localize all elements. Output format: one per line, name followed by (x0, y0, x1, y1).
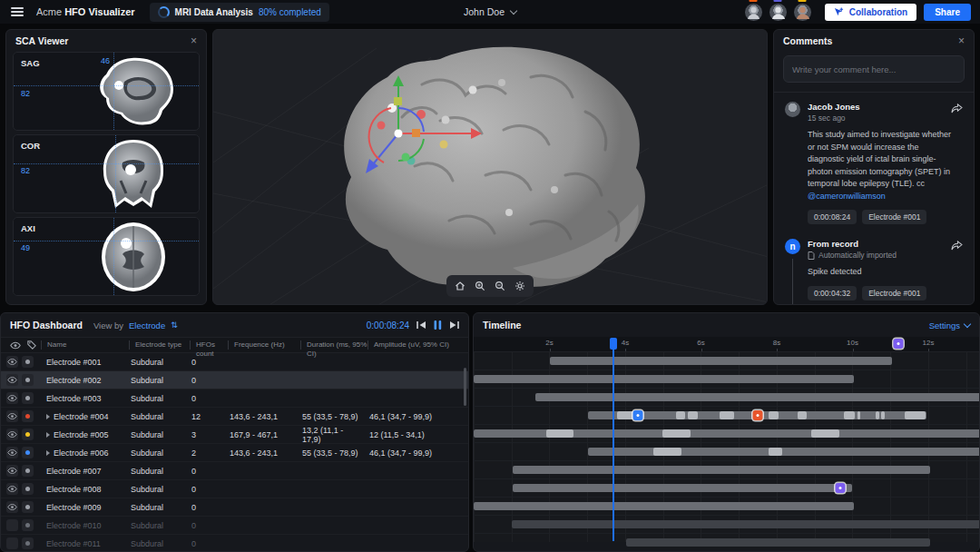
track-bar[interactable] (535, 393, 980, 401)
tag-column-icon[interactable] (27, 340, 36, 350)
comment-marker[interactable] (633, 410, 643, 420)
comment-input[interactable] (783, 55, 965, 83)
comment-marker[interactable] (836, 483, 846, 493)
track-bar[interactable] (474, 375, 854, 383)
visibility-toggle[interactable] (6, 374, 18, 386)
table-row[interactable]: Electrode #010Subdural0 (1, 517, 468, 535)
cor-crosshair-horizontal[interactable] (14, 163, 199, 164)
hfo-event-segment[interactable] (905, 411, 926, 419)
table-row[interactable]: Electrode #002Subdural0 (1, 371, 468, 389)
color-tag-button[interactable] (22, 465, 34, 477)
table-row[interactable]: Electrode #004Subdural12143,6 - 243,155 … (1, 408, 468, 426)
axi-crosshair-vertical[interactable] (113, 218, 114, 295)
axi-crosshair-horizontal[interactable] (14, 241, 199, 242)
color-tag-button[interactable] (22, 447, 34, 458)
table-row[interactable]: Electrode #001Subdural0 (1, 353, 468, 371)
track-bar[interactable] (474, 429, 980, 438)
hfo-event-segment[interactable] (546, 429, 573, 438)
timeline-ruler[interactable]: 2s4s6s8s10s12s (474, 337, 979, 352)
sort-arrows-icon[interactable]: ⇅ (171, 320, 178, 330)
visibility-toggle[interactable] (6, 410, 18, 422)
skip-back-button[interactable] (416, 320, 426, 330)
column-duration[interactable]: Duration (ms, 95% CI) (300, 340, 368, 350)
close-icon[interactable]: × (191, 35, 197, 46)
analysis-progress-badge[interactable]: MRI Data Analysis 80% completed (150, 3, 329, 22)
table-row[interactable]: Electrode #009Subdural0 (1, 498, 468, 517)
avatar[interactable] (769, 3, 788, 22)
expand-caret-icon[interactable] (46, 450, 50, 456)
color-tag-button[interactable] (22, 429, 34, 440)
visibility-column-icon[interactable] (10, 341, 21, 350)
avatar[interactable] (793, 3, 812, 22)
comment-marker[interactable] (893, 339, 903, 349)
column-hfos-count[interactable]: HFOs count (190, 340, 228, 350)
hfo-event-segment[interactable] (881, 411, 885, 419)
comment-marker[interactable] (753, 410, 763, 420)
column-amplitude[interactable]: Amplitude (uV, 95% CI) (368, 340, 468, 350)
hfo-event-segment[interactable] (720, 411, 734, 419)
track-bar[interactable] (512, 520, 980, 528)
color-tag-button[interactable] (22, 374, 34, 386)
visibility-toggle[interactable] (6, 519, 18, 531)
visibility-toggle[interactable] (6, 501, 18, 513)
color-tag-button[interactable] (22, 501, 34, 513)
timecode-chip[interactable]: 0:00:04:32 (808, 286, 857, 301)
avatar[interactable] (744, 3, 763, 22)
electrode-chip[interactable]: Electrode #001 (862, 286, 926, 301)
hfo-event-segment[interactable] (769, 411, 779, 419)
axi-view[interactable]: AXI 49 (13, 217, 200, 296)
track-bar[interactable] (550, 357, 893, 365)
track-bar[interactable] (588, 448, 980, 456)
home-icon[interactable] (452, 278, 468, 294)
skip-forward-button[interactable] (449, 320, 459, 330)
visibility-toggle[interactable] (6, 483, 18, 495)
hfo-event-segment[interactable] (844, 411, 855, 419)
hfo-event-segment[interactable] (798, 411, 807, 419)
table-row[interactable]: Electrode #006Subdural2143,6 - 243,155 (… (1, 444, 468, 462)
column-name[interactable]: Name (41, 340, 129, 350)
table-row[interactable]: Electrode #008Subdural0 (1, 480, 468, 498)
cor-crosshair-vertical[interactable] (115, 135, 116, 212)
settings-gear-icon[interactable] (512, 278, 528, 294)
table-row[interactable]: Electrode #005Subdural3167,9 - 467,113,2… (1, 426, 468, 444)
track-bar[interactable] (513, 484, 852, 492)
zoom-in-icon[interactable] (472, 278, 488, 294)
expand-caret-icon[interactable] (46, 432, 50, 438)
track-bar[interactable] (474, 502, 854, 510)
visibility-toggle[interactable] (6, 392, 18, 404)
color-tag-button[interactable] (22, 410, 34, 422)
view-by-selector[interactable]: Electrode (129, 320, 165, 330)
color-tag-button[interactable] (22, 537, 34, 549)
visibility-toggle[interactable] (6, 465, 18, 477)
reply-icon[interactable] (951, 104, 963, 113)
brain-3d-viewport[interactable] (212, 29, 768, 305)
reply-icon[interactable] (951, 241, 963, 251)
track-bar[interactable] (626, 538, 930, 547)
table-scrollbar[interactable] (464, 368, 466, 406)
hfo-event-segment[interactable] (876, 411, 878, 419)
hfo-event-segment[interactable] (676, 411, 686, 419)
table-row[interactable]: Electrode #011Subdural0 (1, 535, 468, 552)
hfo-event-segment[interactable] (858, 411, 861, 419)
share-button[interactable]: Share (924, 4, 971, 21)
hfo-event-segment[interactable] (811, 429, 840, 438)
visibility-toggle[interactable] (6, 429, 18, 440)
table-row[interactable]: Electrode #007Subdural0 (1, 462, 468, 480)
timeline-settings-button[interactable]: Settings (929, 320, 970, 330)
timecode-chip[interactable]: 0:00:08:24 (808, 210, 857, 224)
cor-view[interactable]: COR 82 (13, 134, 200, 213)
visibility-toggle[interactable] (6, 356, 18, 368)
table-row[interactable]: Electrode #003Subdural0 (1, 389, 468, 408)
expand-caret-icon[interactable] (46, 414, 50, 419)
playhead-handle[interactable] (610, 338, 617, 350)
visibility-toggle[interactable] (6, 537, 18, 549)
hfo-event-segment[interactable] (688, 411, 698, 419)
close-icon[interactable]: × (958, 35, 965, 46)
zoom-out-icon[interactable] (492, 278, 508, 294)
color-tag-button[interactable] (22, 519, 34, 531)
sag-crosshair-vertical[interactable] (113, 53, 114, 130)
color-tag-button[interactable] (22, 356, 34, 368)
user-menu[interactable]: John Doe (464, 6, 516, 17)
mention-link[interactable]: @cameronwilliamson (808, 192, 886, 201)
hfo-event-segment[interactable] (653, 448, 681, 456)
